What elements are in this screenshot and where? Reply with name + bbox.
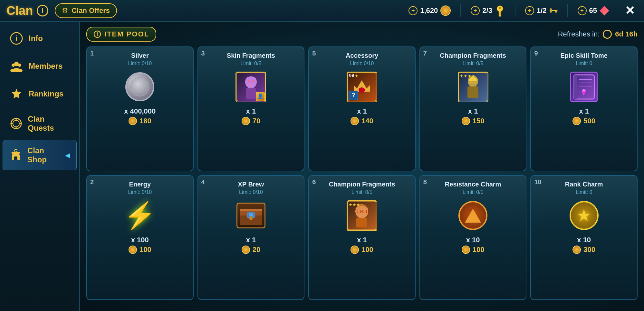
item-number-6: 6 <box>312 178 316 186</box>
coins-resource: + 1,620 <box>409 5 451 16</box>
items-grid: 1 Silver Limit: 0/10 x 400,000 180 3 Ski… <box>86 46 638 300</box>
main-content: i ITEM POOL Refreshes in: 6d 16h 1 Silve… <box>80 22 644 311</box>
item-card-accessory[interactable]: 5 Accessory Limit: 0/10 <box>308 46 416 171</box>
item-limit-champ-6: Limit: 0/5 <box>351 189 372 195</box>
gems-resource: + 65 <box>578 6 609 15</box>
price-coin-icon-2 <box>242 117 250 125</box>
sidebar-item-clan-shop[interactable]: Clan Shop <box>3 140 77 170</box>
clan-info-button[interactable]: i <box>37 5 48 16</box>
item-card-energy[interactable]: 2 Energy Limit: 0/10 ⚡ x 100 100 <box>86 175 194 300</box>
item-limit-epic-tome: Limit: 0 <box>576 61 592 66</box>
price-coin-icon-10 <box>572 246 581 254</box>
item-pool-header: i ITEM POOL Refreshes in: 6d 16h <box>86 27 638 42</box>
sidebar-item-clan-quests[interactable]: Clan Quests <box>3 108 77 139</box>
item-name-champ-6: Champion Fragments <box>329 181 395 188</box>
champ-frag-6-image: ★★★ <box>346 199 378 232</box>
svg-rect-15 <box>14 156 17 160</box>
champ-frag-6-icon: ★★★ <box>347 200 377 231</box>
divider-1 <box>460 4 461 17</box>
item-number-4: 4 <box>201 178 205 186</box>
item-card-silver[interactable]: 1 Silver Limit: 0/10 x 400,000 180 <box>86 46 194 171</box>
refresh-info: Refreshes in: 6d 16h <box>558 30 638 39</box>
rank-charm-price: 300 <box>572 246 595 254</box>
sidebar-rankings-label: Rankings <box>29 89 63 98</box>
item-card-champ-frag-7[interactable]: 7 Champion Fragments Limit: 0/5 <box>419 46 527 171</box>
energy-image: ⚡ <box>124 199 156 232</box>
silver-quantity: x 400,000 <box>124 107 156 115</box>
refresh-time: 6d 16h <box>615 30 638 38</box>
xp-brew-price-value: 20 <box>253 246 260 254</box>
champ-7-price-value: 150 <box>473 117 485 125</box>
svg-point-3 <box>12 64 15 67</box>
quests-icon <box>9 116 23 131</box>
item-card-resist-charm[interactable]: 8 Resistance Charm Limit: 0/5 x 10 100 <box>419 175 527 300</box>
clan-offers-button[interactable]: ⚙ Clan Offers <box>55 3 117 18</box>
price-coin-icon-6 <box>129 246 137 254</box>
sidebar-item-members[interactable]: Members <box>3 53 77 79</box>
item-card-champ-frag-6[interactable]: 6 Champion Fragments Limit: 0/5 <box>308 175 416 300</box>
rank-charm-quantity: x 10 <box>577 236 591 244</box>
skin-fragments-image: 👤 <box>235 71 267 103</box>
epic-tome-image <box>568 71 600 103</box>
sidebar: i Info Members Rankings <box>0 22 80 311</box>
item-number-8: 8 <box>423 178 427 186</box>
refresh-icon <box>603 30 612 39</box>
shop-icon <box>9 148 22 162</box>
silver-price: 180 <box>129 117 151 125</box>
price-coin-icon-4 <box>462 117 470 125</box>
skin-fragments-price: 70 <box>242 117 260 125</box>
svg-text:i: i <box>15 34 17 42</box>
item-card-epic-skill-tome[interactable]: 9 Epic Skill Tome Limit: 0 <box>530 46 638 171</box>
coins-plus-button[interactable]: + <box>409 6 418 15</box>
item-name-xp-brew: XP Brew <box>238 181 264 188</box>
svg-point-24 <box>252 80 254 82</box>
rank-charm-icon: ★ <box>570 201 599 230</box>
green-keys-plus-button[interactable]: + <box>471 6 480 15</box>
book-svg <box>572 73 596 101</box>
silver-coin-icon <box>125 72 154 101</box>
gems-value: 65 <box>589 6 597 15</box>
item-number-3: 3 <box>201 50 205 57</box>
info-icon: i <box>9 31 24 45</box>
item-name-accessory: Accessory <box>346 52 378 59</box>
gold-keys-plus-button[interactable]: + <box>525 6 534 15</box>
stars-4-overlay: ★★★★ <box>460 74 475 78</box>
champ-6-price-value: 100 <box>361 246 373 254</box>
item-pool-label: ITEM POOL <box>104 30 149 38</box>
svg-rect-44 <box>249 217 253 220</box>
xp-brew-image <box>235 199 267 232</box>
skin-fragments-price-value: 70 <box>253 117 260 125</box>
item-limit-silver: Limit: 0/10 <box>128 61 152 66</box>
svg-rect-40 <box>240 209 262 211</box>
sidebar-members-label: Members <box>29 62 62 71</box>
resist-charm-icon <box>458 201 487 230</box>
clan-title: Clan <box>6 4 33 18</box>
close-button[interactable]: ✕ <box>622 3 638 18</box>
energy-quantity: x 100 <box>131 236 149 244</box>
price-coin-icon-8 <box>351 246 359 254</box>
item-card-skin-fragments[interactable]: 3 Skin Fragments Limit: 0/5 <box>197 46 305 171</box>
item-number-7: 7 <box>423 50 427 57</box>
silver-price-value: 180 <box>139 117 151 125</box>
item-number-10: 10 <box>534 178 541 186</box>
divider-3 <box>567 4 568 17</box>
gems-plus-button[interactable]: + <box>578 6 587 15</box>
item-pool-badge: i ITEM POOL <box>86 27 156 42</box>
item-limit-skin-fragments: Limit: 0/5 <box>240 61 261 66</box>
resist-charm-quantity: x 10 <box>466 236 480 244</box>
champ-7-quantity: x 1 <box>468 107 478 115</box>
sidebar-item-info[interactable]: i Info <box>3 25 77 52</box>
sidebar-item-rankings[interactable]: Rankings <box>3 81 77 107</box>
energy-price-value: 100 <box>139 246 151 254</box>
item-limit-rank-charm: Limit: 0 <box>576 189 592 195</box>
svg-point-4 <box>18 64 21 67</box>
resist-charm-price-value: 100 <box>473 246 485 254</box>
item-card-rank-charm[interactable]: 10 Rank Charm Limit: 0 ★ x 10 300 <box>530 175 638 300</box>
coin-icon <box>440 5 451 16</box>
item-name-epic-tome: Epic Skill Tome <box>561 52 608 59</box>
clan-offers-label: Clan Offers <box>72 6 110 15</box>
silver-image <box>124 71 156 103</box>
stars-56-overlay: 5-6 ★ <box>349 74 359 78</box>
svg-rect-31 <box>467 86 478 98</box>
item-card-xp-brew[interactable]: 4 XP Brew Limit: 0/10 <box>197 175 305 300</box>
